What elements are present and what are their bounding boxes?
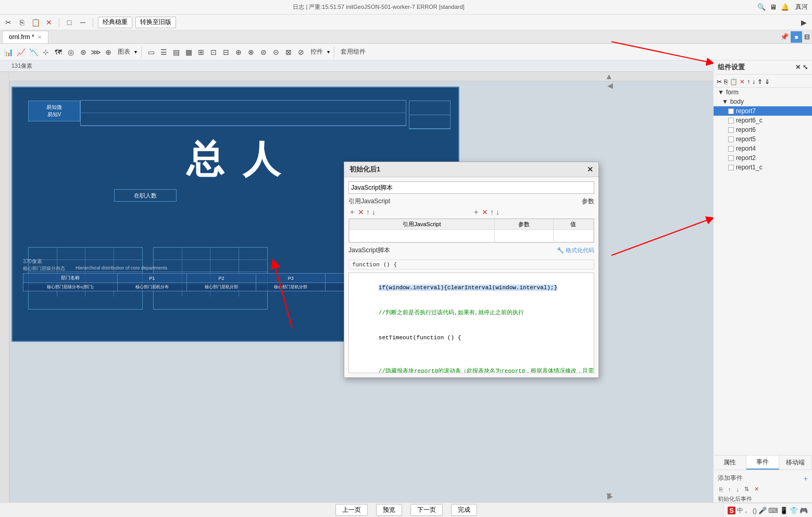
ctrl4-icon[interactable]: ▦ [183, 47, 194, 57]
panel-expand-icon[interactable]: ⤡ [803, 64, 808, 71]
prev-page-button[interactable]: 上一页 [335, 504, 368, 516]
shrink-icon[interactable]: ─ [78, 17, 88, 28]
code-editor[interactable]: if(window.interval){clearInterval(window… [348, 273, 594, 373]
chart-more-icon[interactable]: ⊕ [103, 47, 114, 57]
tree-item-report5[interactable]: report5 [714, 134, 812, 144]
tab-properties[interactable]: 属性 [714, 456, 746, 470]
scatter-icon[interactable]: ⊹ [41, 47, 51, 57]
ref-delete-icon[interactable]: ✕ [358, 208, 364, 216]
event-copy-icon[interactable]: ⎘ [718, 486, 724, 493]
event-up-icon[interactable]: ↑ [727, 486, 733, 493]
tree-down-icon[interactable]: ↓ [752, 78, 755, 85]
event-updown-icon[interactable]: ⇅ [743, 485, 751, 493]
pin-icon[interactable]: 📌 [780, 33, 789, 41]
ctrl7-icon[interactable]: ⊟ [221, 47, 231, 57]
event-delete-icon[interactable]: ✕ [753, 485, 760, 493]
tab-frm[interactable]: ornl.frm * ✕ [2, 31, 48, 43]
ctrl10-icon[interactable]: ⊜ [258, 47, 269, 57]
tab-mobile[interactable]: 移动端 [779, 456, 812, 470]
report5-checkbox[interactable] [728, 137, 734, 142]
scroll-right-arrow[interactable]: ◀ [607, 81, 613, 90]
done-button[interactable]: 完成 [451, 504, 477, 516]
report6c-checkbox[interactable] [728, 118, 734, 124]
close-doc-icon[interactable]: ✕ [44, 17, 54, 28]
ime-mic-icon[interactable]: 🎤 [758, 507, 767, 514]
ime-period-icon[interactable]: 。 [745, 506, 751, 515]
add-event-button[interactable]: + [804, 474, 808, 483]
map-icon[interactable]: 🗺 [53, 47, 64, 57]
chart-dropdown-icon[interactable]: ▾ [134, 49, 137, 55]
report4-checkbox[interactable] [728, 146, 734, 152]
tree-item-report2[interactable]: report2 [714, 153, 812, 163]
ime-keyboard-icon[interactable]: ⌨ [768, 507, 778, 514]
param-up-icon[interactable]: ↑ [490, 208, 494, 216]
report7-checkbox[interactable] [728, 108, 734, 114]
ctrl11-icon[interactable]: ⊝ [271, 47, 281, 57]
next-page-button[interactable]: 下一页 [410, 504, 443, 516]
copy-icon[interactable]: ⎘ [17, 17, 27, 28]
tab-events[interactable]: 事件 [746, 456, 779, 470]
ctrl12-icon[interactable]: ⊠ [283, 47, 294, 57]
tree-item-report1c[interactable]: report1_c [714, 163, 812, 172]
tree-item-report6[interactable]: report6 [714, 125, 812, 134]
paste-icon[interactable]: 📋 [30, 17, 41, 28]
ctrl8-icon[interactable]: ⊕ [233, 47, 244, 57]
report2-checkbox[interactable] [728, 155, 734, 161]
ctrl6-icon[interactable]: ⊡ [208, 47, 219, 57]
ctrl2-icon[interactable]: ☰ [158, 47, 169, 57]
more-arrow[interactable]: ▶ [798, 17, 809, 28]
param-delete-icon[interactable]: ✕ [482, 208, 488, 216]
ref-up-icon[interactable]: ↑ [366, 208, 370, 216]
ctrl13-icon[interactable]: ⊘ [296, 47, 306, 57]
tree-move-up-icon[interactable]: ⇑ [757, 78, 763, 85]
tree-item-report6c[interactable]: report6_c [714, 116, 812, 125]
tree-copy-icon[interactable]: ⎘ [724, 78, 728, 85]
ctrl9-icon[interactable]: ⊗ [246, 47, 256, 57]
ime-cn-icon[interactable]: 中 [737, 506, 743, 515]
layout-icon[interactable]: ⊟ [804, 33, 810, 41]
tree-move-down-icon[interactable]: ⇓ [765, 78, 770, 85]
control-dropdown-icon[interactable]: ▾ [327, 49, 330, 55]
bell-icon[interactable]: 🔔 [781, 3, 789, 11]
param-down-icon[interactable]: ↓ [496, 208, 499, 216]
expand-icon[interactable]: □ [64, 17, 74, 28]
report6-checkbox[interactable] [728, 127, 734, 133]
bar-chart-icon[interactable]: 📊 [3, 47, 14, 57]
tree-cut-icon[interactable]: ✂ [717, 78, 722, 85]
preview-button[interactable]: 预览 [376, 504, 402, 516]
tree-up-icon[interactable]: ↑ [747, 78, 750, 85]
ref-down-icon[interactable]: ↓ [372, 208, 376, 216]
cut-icon[interactable]: ✂ [3, 17, 14, 28]
radar-icon[interactable]: ◎ [66, 47, 76, 57]
event-down-icon[interactable]: ↓ [735, 486, 741, 493]
ime-s-icon[interactable]: S [728, 507, 735, 514]
ime-paren-icon[interactable]: () [753, 507, 757, 514]
ref-add-icon[interactable]: ＋ [348, 207, 356, 217]
line-chart-icon[interactable]: 📉 [28, 47, 39, 57]
scroll-down-arrow[interactable]: ▼ [605, 491, 613, 500]
ime-game-icon[interactable]: 🎮 [799, 507, 808, 514]
format-code-button[interactable]: 🔧 格式化代码 [557, 247, 594, 254]
ctrl1-icon[interactable]: ▭ [146, 47, 156, 57]
ctrl3-icon[interactable]: ▤ [171, 47, 181, 57]
search-icon[interactable]: 🔍 [757, 3, 766, 11]
tree-item-report7[interactable]: report7 [714, 106, 812, 116]
tree-item-body[interactable]: ▼ body [714, 97, 812, 106]
tree-delete-icon[interactable]: ✕ [740, 78, 745, 85]
classic-style-button[interactable]: 经典稳重 [98, 17, 132, 28]
tree-item-form[interactable]: ▼ form [714, 88, 812, 97]
tree-paste-icon[interactable]: 📋 [730, 78, 738, 85]
old-version-button[interactable]: 转换至旧版 [135, 17, 176, 28]
panel-close-icon[interactable]: ✕ [795, 64, 801, 71]
pie-chart-icon[interactable]: 📈 [16, 47, 26, 57]
ime-phone-icon[interactable]: 📱 [780, 507, 788, 514]
tab-close-icon[interactable]: ✕ [38, 34, 42, 40]
report1c-checkbox[interactable] [728, 165, 734, 170]
scroll-up-arrow[interactable]: ▲ [605, 72, 613, 81]
ime-shirt-icon[interactable]: 👕 [790, 507, 798, 514]
script-type-select[interactable]: JavaScript脚本 [348, 181, 594, 194]
ctrl5-icon[interactable]: ⊞ [196, 47, 206, 57]
monitor-icon[interactable]: 🖥 [770, 3, 777, 11]
gauge-icon[interactable]: ⊛ [78, 47, 89, 57]
dialog-close-icon[interactable]: ✕ [587, 165, 593, 174]
